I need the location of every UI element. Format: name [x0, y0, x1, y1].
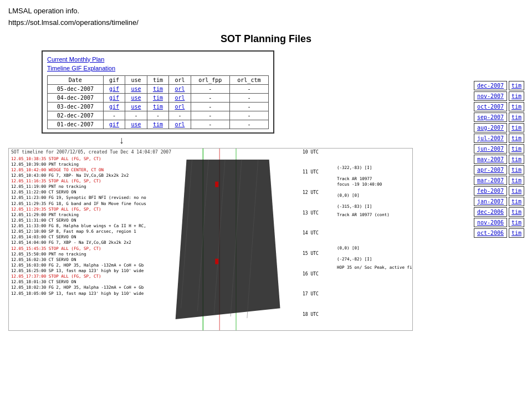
sidebar-tim-link[interactable]: tim — [509, 134, 524, 143]
sidebar-tim-link[interactable]: tim — [509, 228, 524, 238]
cell-orl[interactable]: orl — [169, 84, 191, 93]
timeline-event: 12.05_18:05:00 SP 13, fast map 123' high… — [11, 291, 167, 296]
sidebar-date-link[interactable]: oct-2007 — [474, 102, 507, 111]
cell-use[interactable]: use — [125, 93, 147, 102]
table-header-orl_ctm: orl_ctm — [229, 75, 268, 84]
timeline-annotation: (-322,-83) [I] — [337, 165, 372, 171]
timeline-annotation: (-315,-83) [I] — [337, 204, 372, 209]
timeline-event: 12.05_11:23:00 FG 19, Synoptic BFI NFI (… — [11, 195, 167, 201]
sidebar-date-link[interactable]: apr-2007 — [474, 165, 507, 175]
timeline-event: 12.05_17:37:00 STOP ALL (FG, SP, CT) — [11, 274, 167, 279]
link-use-4[interactable]: use — [131, 121, 141, 127]
link-orl-2[interactable]: orl — [175, 104, 185, 110]
utc-label: 18 UTC — [303, 312, 319, 318]
link-orl-1[interactable]: orl — [175, 95, 185, 101]
sidebar-row: sep-2007tim — [474, 112, 524, 122]
cell-gif[interactable]: gif — [103, 120, 125, 129]
cell-tim[interactable]: tim — [147, 120, 168, 129]
cell-gif[interactable]: gif — [103, 102, 125, 111]
sidebar-tim-link[interactable]: tim — [509, 207, 524, 217]
sidebar-tim-link[interactable]: tim — [509, 165, 524, 175]
sidebar-date-link[interactable]: dec-2007 — [474, 81, 507, 90]
sidebar-date-link[interactable]: dec-2006 — [474, 207, 507, 217]
table-header-use: use — [125, 75, 147, 84]
sidebar-tim-link[interactable]: tim — [509, 102, 524, 111]
sidebar-date-link[interactable]: nov-2007 — [474, 91, 507, 101]
sidebar-row: dec-2007tim — [474, 81, 524, 90]
table-row: 01-dec-2007gifusetimorl-- — [48, 120, 269, 129]
sidebar-tim-link[interactable]: tim — [509, 123, 524, 132]
cell-gif[interactable]: gif — [103, 84, 125, 93]
current-monthly-plan-link[interactable]: Current Monthly Plan — [47, 55, 269, 64]
sidebar-date-link[interactable]: mar-2007 — [474, 176, 507, 185]
cell-orl_fpp: - — [191, 93, 229, 102]
table-row: 02-dec-2007------ — [48, 111, 269, 120]
sidebar-row: may-2007tim — [474, 155, 524, 164]
cell-orl_fpp: - — [191, 102, 229, 111]
sidebar-tim-link[interactable]: tim — [509, 176, 524, 185]
link-tim-2[interactable]: tim — [153, 104, 163, 110]
link-use-1[interactable]: use — [131, 95, 141, 101]
sidebar-row: jan-2007tim — [474, 197, 524, 206]
cell-orl_ctm: - — [229, 102, 268, 111]
cell-orl[interactable]: orl — [169, 102, 191, 111]
link-use-2[interactable]: use — [131, 104, 141, 110]
sidebar-row: nov-2006tim — [474, 218, 524, 227]
link-tim-0[interactable]: tim — [153, 86, 163, 92]
link-gif-2[interactable]: gif — [109, 104, 119, 110]
timeline-event: 12.05_12:10:00 SP 8, Fast map 9.6 arcsec… — [11, 229, 167, 234]
link-gif-1[interactable]: gif — [109, 95, 119, 101]
timeline-annotation: Track AR 10977 — [337, 176, 372, 182]
timeline-annotation: Track AR 10977 (cont) — [337, 212, 390, 218]
cell-tim[interactable]: tim — [147, 93, 168, 102]
cell-orl[interactable]: orl — [169, 120, 191, 129]
link-use-0[interactable]: use — [131, 86, 141, 92]
utc-label: 14 UTC — [303, 231, 319, 237]
sidebar-tim-link[interactable]: tim — [509, 197, 524, 206]
planning-box: Current Monthly Plan Timeline GIF Explan… — [42, 50, 274, 134]
sidebar-date-link[interactable]: oct-2006 — [474, 228, 507, 238]
cell-use[interactable]: use — [125, 84, 147, 93]
timeline-gif-explanation-link[interactable]: Timeline GIF Explanation — [47, 64, 269, 73]
sidebar-date-link[interactable]: jun-2007 — [474, 144, 507, 154]
sidebar-date-link[interactable]: jan-2007 — [474, 197, 507, 206]
right-sidebar: dec-2007timnov-2007timoct-2007timsep-200… — [474, 81, 524, 331]
sidebar-date-link[interactable]: feb-2007 — [474, 186, 507, 196]
sidebar-row: nov-2007tim — [474, 91, 524, 101]
timeline-event: 12.05_16:02:30 CT SERVO ON — [11, 257, 167, 263]
info-line1: LMSAL operation info. — [8, 6, 524, 17]
sidebar-tim-link[interactable]: tim — [509, 112, 524, 122]
planning-links: Current Monthly Plan Timeline GIF Explan… — [47, 55, 269, 73]
sidebar-date-link[interactable]: aug-2007 — [474, 123, 507, 132]
link-tim-4[interactable]: tim — [153, 121, 163, 127]
sidebar-tim-link[interactable]: tim — [509, 218, 524, 227]
cell-gif: - — [103, 111, 125, 120]
link-tim-1[interactable]: tim — [153, 95, 163, 101]
timeline-annotation: (-274,-82) [I] — [337, 257, 372, 262]
link-gif-4[interactable]: gif — [109, 121, 119, 127]
cell-orl[interactable]: orl — [169, 93, 191, 102]
page-container: LMSAL operation info. https://sot.lmsal.… — [0, 0, 532, 399]
sidebar-date-link[interactable]: sep-2007 — [474, 112, 507, 122]
timeline-event: 12.05_15:45:35 STOP ALL (FG, SP, CT) — [11, 246, 167, 252]
sidebar-tim-link[interactable]: tim — [509, 155, 524, 164]
link-orl-4[interactable]: orl — [175, 121, 185, 127]
cell-use[interactable]: use — [125, 120, 147, 129]
link-orl-0[interactable]: orl — [175, 86, 185, 92]
sidebar-date-link[interactable]: jul-2007 — [474, 134, 507, 143]
table-header-tim: tim — [147, 75, 168, 84]
sidebar-tim-link[interactable]: tim — [509, 91, 524, 101]
cell-orl_fpp: - — [191, 84, 229, 93]
sidebar-date-link[interactable]: may-2007 — [474, 155, 507, 164]
link-gif-0[interactable]: gif — [109, 86, 119, 92]
sidebar-tim-link[interactable]: tim — [509, 186, 524, 196]
cell-tim: - — [147, 111, 168, 120]
cell-tim[interactable]: tim — [147, 102, 168, 111]
sidebar-tim-link[interactable]: tim — [509, 81, 524, 90]
cell-gif[interactable]: gif — [103, 93, 125, 102]
sidebar-date-link[interactable]: nov-2006 — [474, 218, 507, 227]
cell-use[interactable]: use — [125, 102, 147, 111]
timeline-event: 12.05_11:29:00 PNT tracking — [11, 212, 167, 218]
sidebar-tim-link[interactable]: tim — [509, 144, 524, 154]
cell-tim[interactable]: tim — [147, 84, 168, 93]
